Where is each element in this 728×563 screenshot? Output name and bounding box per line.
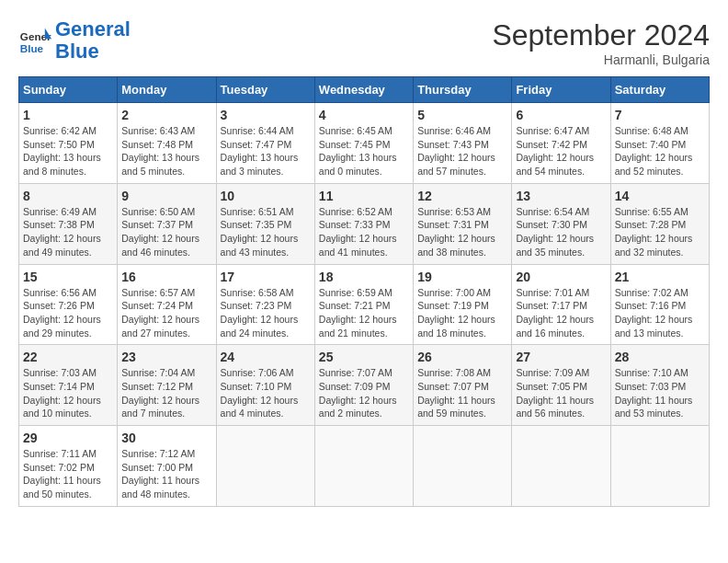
calendar-cell: 16Sunrise: 6:57 AM Sunset: 7:24 PM Dayli… [118, 264, 216, 345]
day-info: Sunrise: 6:53 AM Sunset: 7:31 PM Dayligh… [417, 205, 507, 259]
day-number: 17 [221, 270, 311, 284]
day-info: Sunrise: 7:11 AM Sunset: 7:02 PM Dayligh… [23, 447, 113, 501]
day-info: Sunrise: 6:59 AM Sunset: 7:21 PM Dayligh… [319, 286, 409, 340]
calendar-cell: 11Sunrise: 6:52 AM Sunset: 7:33 PM Dayli… [314, 183, 413, 264]
logo: General Blue General Blue [18, 18, 131, 63]
calendar-cell: 2Sunrise: 6:43 AM Sunset: 7:48 PM Daylig… [118, 103, 216, 184]
logo-general: General [55, 17, 131, 40]
day-number: 25 [319, 350, 409, 364]
day-info: Sunrise: 7:09 AM Sunset: 7:05 PM Dayligh… [516, 366, 606, 420]
weekday-header-saturday: Saturday [610, 77, 709, 103]
day-info: Sunrise: 6:56 AM Sunset: 7:26 PM Dayligh… [23, 286, 113, 340]
calendar-cell [414, 426, 512, 507]
calendar-cell: 1Sunrise: 6:42 AM Sunset: 7:50 PM Daylig… [19, 103, 118, 184]
title-block: September 2024 Harmanli, Bulgaria [492, 18, 710, 67]
day-number: 19 [417, 270, 507, 284]
calendar-cell: 10Sunrise: 6:51 AM Sunset: 7:35 PM Dayli… [216, 183, 314, 264]
day-info: Sunrise: 6:55 AM Sunset: 7:28 PM Dayligh… [615, 205, 705, 259]
day-info: Sunrise: 7:07 AM Sunset: 7:09 PM Dayligh… [319, 366, 409, 420]
day-number: 7 [615, 108, 705, 122]
calendar-cell: 13Sunrise: 6:54 AM Sunset: 7:30 PM Dayli… [512, 183, 610, 264]
logo-text-line2: Blue [55, 40, 131, 63]
calendar-cell: 29Sunrise: 7:11 AM Sunset: 7:02 PM Dayli… [19, 426, 118, 507]
svg-text:Blue: Blue [20, 42, 44, 54]
day-number: 2 [121, 108, 211, 122]
day-number: 3 [221, 108, 311, 122]
day-info: Sunrise: 6:44 AM Sunset: 7:47 PM Dayligh… [221, 124, 311, 178]
day-info: Sunrise: 7:01 AM Sunset: 7:17 PM Dayligh… [516, 286, 606, 340]
day-number: 20 [516, 270, 606, 284]
logo-text-line1: General [55, 18, 131, 40]
calendar-cell: 24Sunrise: 7:06 AM Sunset: 7:10 PM Dayli… [216, 345, 314, 426]
calendar-cell: 6Sunrise: 6:47 AM Sunset: 7:42 PM Daylig… [512, 103, 610, 184]
weekday-header-tuesday: Tuesday [216, 77, 314, 103]
calendar-cell: 18Sunrise: 6:59 AM Sunset: 7:21 PM Dayli… [314, 264, 413, 345]
day-number: 4 [319, 108, 409, 122]
day-number: 1 [23, 108, 113, 122]
day-number: 14 [615, 189, 705, 203]
calendar-cell: 19Sunrise: 7:00 AM Sunset: 7:19 PM Dayli… [414, 264, 512, 345]
day-info: Sunrise: 6:49 AM Sunset: 7:38 PM Dayligh… [23, 205, 113, 259]
day-info: Sunrise: 6:50 AM Sunset: 7:37 PM Dayligh… [121, 205, 211, 259]
calendar-week-5: 29Sunrise: 7:11 AM Sunset: 7:02 PM Dayli… [19, 426, 710, 507]
day-number: 12 [417, 189, 507, 203]
day-info: Sunrise: 6:54 AM Sunset: 7:30 PM Dayligh… [516, 205, 606, 259]
day-info: Sunrise: 6:52 AM Sunset: 7:33 PM Dayligh… [319, 205, 409, 259]
day-number: 13 [516, 189, 606, 203]
day-info: Sunrise: 6:58 AM Sunset: 7:23 PM Dayligh… [221, 286, 311, 340]
calendar-week-1: 1Sunrise: 6:42 AM Sunset: 7:50 PM Daylig… [19, 103, 710, 184]
calendar-cell [314, 426, 413, 507]
day-info: Sunrise: 7:10 AM Sunset: 7:03 PM Dayligh… [615, 366, 705, 420]
weekday-header-friday: Friday [512, 77, 610, 103]
calendar-cell: 17Sunrise: 6:58 AM Sunset: 7:23 PM Dayli… [216, 264, 314, 345]
day-info: Sunrise: 6:45 AM Sunset: 7:45 PM Dayligh… [319, 124, 409, 178]
day-info: Sunrise: 7:12 AM Sunset: 7:00 PM Dayligh… [121, 447, 211, 501]
day-info: Sunrise: 6:42 AM Sunset: 7:50 PM Dayligh… [23, 124, 113, 178]
day-number: 16 [121, 270, 211, 284]
calendar-cell: 12Sunrise: 6:53 AM Sunset: 7:31 PM Dayli… [414, 183, 512, 264]
calendar-cell [610, 426, 709, 507]
calendar-week-3: 15Sunrise: 6:56 AM Sunset: 7:26 PM Dayli… [19, 264, 710, 345]
calendar-cell: 20Sunrise: 7:01 AM Sunset: 7:17 PM Dayli… [512, 264, 610, 345]
calendar-cell: 23Sunrise: 7:04 AM Sunset: 7:12 PM Dayli… [118, 345, 216, 426]
weekday-header-sunday: Sunday [19, 77, 118, 103]
calendar-cell: 3Sunrise: 6:44 AM Sunset: 7:47 PM Daylig… [216, 103, 314, 184]
weekday-header-wednesday: Wednesday [314, 77, 413, 103]
calendar-cell: 7Sunrise: 6:48 AM Sunset: 7:40 PM Daylig… [610, 103, 709, 184]
day-info: Sunrise: 7:02 AM Sunset: 7:16 PM Dayligh… [615, 286, 705, 340]
day-info: Sunrise: 6:47 AM Sunset: 7:42 PM Dayligh… [516, 124, 606, 178]
day-number: 11 [319, 189, 409, 203]
calendar-cell: 4Sunrise: 6:45 AM Sunset: 7:45 PM Daylig… [314, 103, 413, 184]
day-number: 15 [23, 270, 113, 284]
day-info: Sunrise: 6:57 AM Sunset: 7:24 PM Dayligh… [121, 286, 211, 340]
weekday-header-monday: Monday [118, 77, 216, 103]
calendar-cell: 30Sunrise: 7:12 AM Sunset: 7:00 PM Dayli… [118, 426, 216, 507]
day-info: Sunrise: 7:06 AM Sunset: 7:10 PM Dayligh… [221, 366, 311, 420]
calendar-week-2: 8Sunrise: 6:49 AM Sunset: 7:38 PM Daylig… [19, 183, 710, 264]
day-number: 18 [319, 270, 409, 284]
day-number: 21 [615, 270, 705, 284]
day-info: Sunrise: 7:04 AM Sunset: 7:12 PM Dayligh… [121, 366, 211, 420]
day-number: 6 [516, 108, 606, 122]
calendar-cell: 26Sunrise: 7:08 AM Sunset: 7:07 PM Dayli… [414, 345, 512, 426]
calendar-cell [216, 426, 314, 507]
calendar-cell: 15Sunrise: 6:56 AM Sunset: 7:26 PM Dayli… [19, 264, 118, 345]
day-number: 10 [221, 189, 311, 203]
logo-blue: Blue [55, 40, 99, 63]
calendar-cell: 5Sunrise: 6:46 AM Sunset: 7:43 PM Daylig… [414, 103, 512, 184]
day-number: 29 [23, 431, 113, 445]
calendar-cell [512, 426, 610, 507]
day-info: Sunrise: 7:03 AM Sunset: 7:14 PM Dayligh… [23, 366, 113, 420]
day-info: Sunrise: 6:51 AM Sunset: 7:35 PM Dayligh… [221, 205, 311, 259]
day-info: Sunrise: 6:46 AM Sunset: 7:43 PM Dayligh… [417, 124, 507, 178]
calendar-cell: 27Sunrise: 7:09 AM Sunset: 7:05 PM Dayli… [512, 345, 610, 426]
calendar-cell: 14Sunrise: 6:55 AM Sunset: 7:28 PM Dayli… [610, 183, 709, 264]
calendar-cell: 8Sunrise: 6:49 AM Sunset: 7:38 PM Daylig… [19, 183, 118, 264]
day-info: Sunrise: 7:08 AM Sunset: 7:07 PM Dayligh… [417, 366, 507, 420]
location: Harmanli, Bulgaria [492, 52, 710, 67]
calendar-cell: 28Sunrise: 7:10 AM Sunset: 7:03 PM Dayli… [610, 345, 709, 426]
calendar-cell: 9Sunrise: 6:50 AM Sunset: 7:37 PM Daylig… [118, 183, 216, 264]
calendar-table: SundayMondayTuesdayWednesdayThursdayFrid… [18, 76, 710, 507]
day-number: 5 [417, 108, 507, 122]
day-info: Sunrise: 6:43 AM Sunset: 7:48 PM Dayligh… [121, 124, 211, 178]
